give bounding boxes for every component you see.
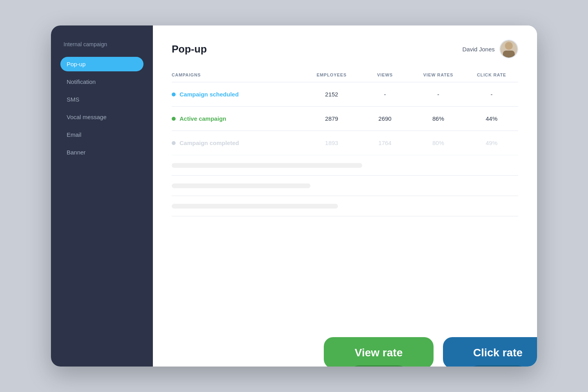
cell-view-rates: 86% bbox=[412, 115, 465, 122]
campaigns-table: CAMPAIGNS EMPLOYEES VIEWS VIEW RATES CLI… bbox=[172, 73, 518, 216]
page-header: Pop-up David Jones bbox=[172, 40, 518, 58]
sidebar: Internal campaign Pop-up Notification SM… bbox=[51, 25, 153, 367]
cell-employees: 2152 bbox=[305, 91, 358, 98]
campaign-name: Campaign completed bbox=[180, 140, 239, 146]
click-rate-badge: 44% bbox=[466, 365, 529, 367]
table-row: Active campaign 2879 2690 86% 44% bbox=[172, 107, 518, 131]
placeholder-row bbox=[172, 155, 518, 176]
main-content: Pop-up David Jones CAMPAIGNS EMPLOYEES V… bbox=[153, 25, 537, 367]
sidebar-item-label: Email bbox=[67, 131, 82, 138]
sidebar-item-notification[interactable]: Notification bbox=[60, 74, 143, 89]
cell-click-rate: 49% bbox=[465, 140, 518, 146]
bottom-section: View rate 86% Click rate 44% bbox=[153, 337, 537, 367]
user-name: David Jones bbox=[462, 46, 495, 53]
sidebar-item-label: Vocal message bbox=[67, 114, 107, 120]
view-rate-badge: 86% bbox=[347, 365, 410, 367]
placeholder-row bbox=[172, 176, 518, 196]
cell-views: 2690 bbox=[358, 115, 412, 122]
cell-employees: 2879 bbox=[305, 115, 358, 122]
sidebar-item-banner[interactable]: Banner bbox=[60, 145, 143, 160]
cell-view-rates: 80% bbox=[412, 140, 465, 146]
col-employees: EMPLOYEES bbox=[305, 73, 358, 77]
status-dot-active bbox=[172, 117, 176, 121]
cell-views: - bbox=[358, 91, 412, 98]
sidebar-item-email[interactable]: Email bbox=[60, 127, 143, 142]
sidebar-item-label: SMS bbox=[67, 96, 80, 103]
view-rate-button[interactable]: View rate bbox=[324, 337, 434, 367]
table-row: Campaign scheduled 2152 - - - bbox=[172, 82, 518, 107]
placeholder-row bbox=[172, 196, 518, 216]
cell-click-rate: - bbox=[465, 91, 518, 98]
col-click-rate: CLICK RATE bbox=[465, 73, 518, 77]
sidebar-item-label: Notification bbox=[67, 78, 96, 85]
view-rate-card: View rate 86% bbox=[324, 337, 434, 367]
cell-views: 1764 bbox=[358, 140, 412, 146]
table-row: Campaign completed 1893 1764 80% 49% bbox=[172, 131, 518, 155]
table-header: CAMPAIGNS EMPLOYEES VIEWS VIEW RATES CLI… bbox=[172, 73, 518, 82]
click-rate-card: Click rate 44% bbox=[443, 337, 537, 367]
sidebar-item-sms[interactable]: SMS bbox=[60, 92, 143, 107]
col-view-rates: VIEW RATES bbox=[412, 73, 465, 77]
cell-view-rates: - bbox=[412, 91, 465, 98]
sidebar-item-label: Banner bbox=[67, 149, 85, 156]
cell-employees: 1893 bbox=[305, 140, 358, 146]
campaign-cell: Campaign scheduled bbox=[172, 91, 305, 98]
cell-click-rate: 44% bbox=[465, 115, 518, 122]
sidebar-item-label: Pop-up bbox=[67, 61, 85, 67]
page-title: Pop-up bbox=[172, 43, 207, 55]
sidebar-item-popup[interactable]: Pop-up bbox=[60, 57, 143, 71]
sidebar-title: Internal campaign bbox=[60, 41, 143, 47]
status-dot-completed bbox=[172, 141, 176, 145]
campaign-name[interactable]: Campaign scheduled bbox=[180, 91, 239, 98]
status-dot-scheduled bbox=[172, 93, 176, 96]
col-views: VIEWS bbox=[358, 73, 412, 77]
avatar bbox=[499, 40, 518, 58]
col-campaigns: CAMPAIGNS bbox=[172, 73, 305, 77]
user-info: David Jones bbox=[462, 40, 518, 58]
campaign-name[interactable]: Active campaign bbox=[180, 115, 226, 122]
campaign-cell: Active campaign bbox=[172, 115, 305, 122]
sidebar-item-vocal-message[interactable]: Vocal message bbox=[60, 110, 143, 124]
click-rate-button[interactable]: Click rate bbox=[443, 337, 537, 367]
campaign-cell: Campaign completed bbox=[172, 140, 305, 146]
